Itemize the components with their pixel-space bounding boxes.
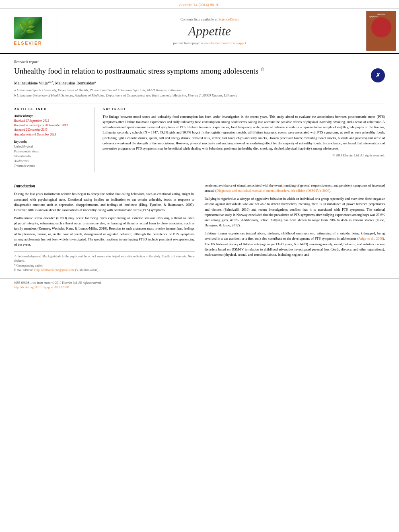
available-date: Available online 8 December 2013: [14, 132, 86, 137]
abstract-text: The linkage between mood states and unhe…: [103, 114, 385, 151]
authors-line: Malinauskiene Vilijaa,b,*, Malinauskas R…: [14, 80, 385, 85]
email-line: E-mail address: Vilija.Malinauskiene@gma…: [14, 268, 195, 272]
journal-header: ELSEVIER Contents lists available at Sci…: [0, 9, 399, 54]
keywords-section: Keywords: Unhealthy food Posttraumatic s…: [14, 140, 86, 168]
abstract-title: ABSTRACT: [103, 107, 385, 111]
journal-title: Appetite: [188, 24, 231, 39]
journal-reference: Appetite 74 (2014) 86–91: [179, 3, 220, 7]
author-email[interactable]: Vilija.Malinauskiene@gmail.com: [34, 268, 74, 272]
corresponding-note: * Corresponding author.: [14, 263, 195, 268]
svg-text:✗: ✗: [376, 72, 380, 78]
affiliation-b: b Lithuanian University of Health Scienc…: [14, 93, 385, 98]
ariga-ref[interactable]: Ariga et al., 2008: [358, 236, 383, 240]
intro-para-2: Posttraumatic stress disorder (PTSD) may…: [14, 216, 195, 247]
elsevier-tree-image: [14, 17, 42, 39]
body-col-right: persistent avoidance of stimuli associat…: [205, 183, 385, 272]
affiliation-a: a Lithuanian Sports University, Departme…: [14, 88, 385, 93]
article-history: Article history: Received 17 September 2…: [14, 114, 86, 137]
journal-homepage-link[interactable]: www.elsevier.com/locate/appet: [201, 41, 246, 45]
keyword-4: Adolescents: [14, 159, 86, 164]
journal-cover-image: Appetite: [366, 11, 396, 51]
issn-line: 0195-6663/$ – see front matter © 2013 El…: [14, 281, 385, 285]
abstract-section: ABSTRACT The linkage between mood states…: [95, 107, 385, 172]
article-columns: ARTICLE INFO Article history: Received 1…: [14, 103, 385, 172]
journal-cover-area: Appetite: [363, 9, 399, 53]
body-para-right-3: Lifetime trauma experiences (sexual abus…: [205, 231, 385, 257]
footnote-area: ☆ Acknowledgement: Much gratitude to the…: [14, 251, 195, 272]
sciencedirect-line: Contents lists available at ScienceDirec…: [181, 17, 239, 21]
keyword-2: Posttraumatic stress: [14, 149, 86, 154]
doi-link[interactable]: http://dx.doi.org/10.1016/j.appet.2013.1…: [14, 286, 69, 289]
journal-cover-title: Appetite: [377, 13, 385, 15]
article-section-label: Research report: [14, 60, 385, 64]
keyword-3: Mental health: [14, 154, 86, 159]
intro-title: Introduction: [14, 183, 195, 189]
title-star: ☆: [260, 66, 265, 72]
body-col-left: Introduction During the last years mains…: [14, 183, 195, 272]
main-content: Research report ✗ Unhealthy food in rela…: [0, 54, 399, 278]
revised-date: Received in revised form 28 November 201…: [14, 123, 86, 127]
journal-header-center: Contents lists available at ScienceDirec…: [56, 9, 363, 53]
intro-para-1: During the last years mainstream science…: [14, 191, 195, 213]
keyword-1: Unhealthy food: [14, 144, 86, 149]
article-info-title: ARTICLE INFO: [14, 107, 86, 111]
elsevier-logo-area: ELSEVIER: [0, 9, 56, 53]
keywords-label: Keywords:: [14, 140, 86, 144]
crossmark-badge: ✗: [371, 68, 385, 82]
body-columns: Introduction During the last years mains…: [14, 178, 385, 272]
affiliations: a Lithuanian Sports University, Departme…: [14, 88, 385, 98]
keyword-5: Traumatic events: [14, 164, 86, 168]
accepted-date: Accepted 2 December 2013: [14, 127, 86, 132]
body-para-right-1: persistent avoidance of stimuli associat…: [205, 183, 385, 193]
keywords-list: Unhealthy food Posttraumatic stress Ment…: [14, 144, 86, 168]
crossmark-circle: ✗: [371, 68, 385, 82]
history-label: Article history:: [14, 114, 86, 118]
article-info: ARTICLE INFO Article history: Received 1…: [14, 107, 95, 172]
doi-line: http://dx.doi.org/10.1016/j.appet.2013.1…: [14, 286, 385, 289]
title-area: ✗ Unhealthy food in relation to posttrau…: [14, 66, 385, 76]
top-bar: Appetite 74 (2014) 86–91: [0, 0, 399, 9]
body-para-right-2: Bullying is regarded as a subtype of agg…: [205, 196, 385, 228]
copyright-line: © 2013 Elsevier Ltd. All rights reserved…: [103, 154, 385, 157]
article-title: Unhealthy food in relation to posttrauma…: [14, 66, 385, 76]
dsm-ref[interactable]: Diagnostic and statistical manual of men…: [216, 189, 329, 193]
bottom-bar: 0195-6663/$ – see front matter © 2013 El…: [0, 278, 399, 292]
elsevier-logo: ELSEVIER: [14, 17, 42, 45]
sciencedirect-link[interactable]: ScienceDirect: [218, 17, 239, 21]
star-footnote: ☆ Acknowledgement: Much gratitude to the…: [14, 254, 195, 263]
page: Appetite 74 (2014) 86–91 ELSEVIER Conten…: [0, 0, 399, 532]
elsevier-text: ELSEVIER: [14, 41, 42, 45]
received-date: Received 17 September 2013: [14, 119, 86, 123]
journal-homepage: journal homepage: www.elsevier.com/locat…: [173, 41, 246, 45]
